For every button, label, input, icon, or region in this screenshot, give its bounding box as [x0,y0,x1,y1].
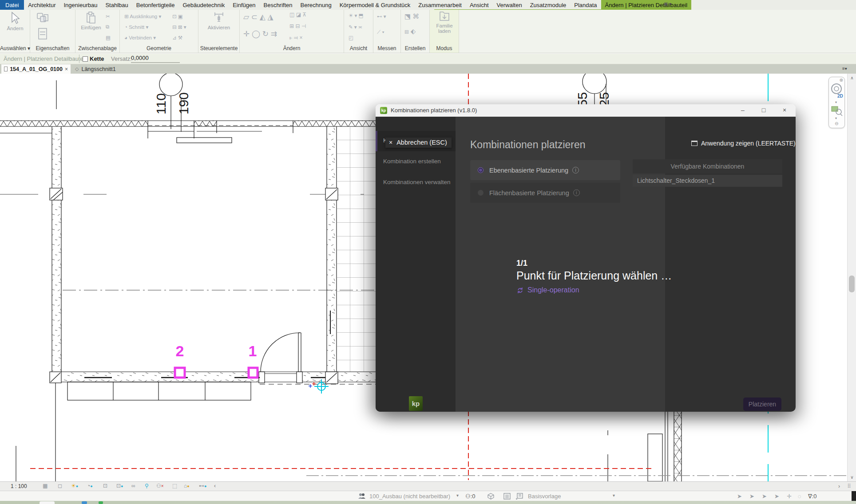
select-links-icon[interactable]: ➤ [737,493,742,500]
modify-tools-row2[interactable]: ✛ ◯ ↻ ⇉ [243,29,277,39]
geometrie-extra-icons-1[interactable]: ⊡ ▣ [172,13,183,20]
create-tools-2[interactable]: ⧈ ⬖ [404,28,416,35]
combination-list-item[interactable]: Lichtschalter_Steckdosen_1 [633,175,782,187]
tab-ansicht[interactable]: Ansicht [466,0,493,10]
schnitt-item[interactable]: ◔ Schnitt ▾ [124,24,148,30]
cancel-tooltip[interactable]: ×Abbrechen (ESC) [385,138,452,148]
workset-dropdown-icon[interactable]: ▾ [456,493,459,498]
tab-zusatzmodule[interactable]: Zusatzmodule [526,0,571,10]
tab-zusammenarbeit[interactable]: Zusammenarbeit [414,0,466,10]
measure-icon-2[interactable]: ⟋ ▾ [377,29,384,35]
navbar-collapse-icon[interactable]: ⊖ [835,121,838,126]
platzieren-button[interactable]: Platzieren [743,398,781,411]
resize-grip[interactable]: ⠿ [847,483,851,489]
constraints-icon[interactable]: ⬚ [172,483,177,489]
tab-plandata[interactable]: Plandata [570,0,601,10]
shadows-icon[interactable]: ◔● [87,483,93,489]
active-design-option[interactable]: Basisvorlage [528,493,561,500]
reveal-hidden-icon[interactable]: ⚲ [145,483,149,489]
tab-einfuegen[interactable]: Einfügen [229,0,259,10]
tab-beschriften[interactable]: Beschriften [259,0,296,10]
taskbar-button[interactable] [40,501,55,504]
worksharing-display-icon[interactable]: ⚇× [156,483,164,489]
sidebar-item-verwalten[interactable]: Kombinationen verwalten [376,179,456,185]
modify-tools-grid1[interactable]: ◫ ◪ ⊼ [289,12,306,18]
modify-tools-grid2[interactable]: ⊞ ⊟ ⊣ [289,23,306,29]
drag-elements-icon[interactable]: ✛ [787,493,792,500]
view-tab-active[interactable]: 154_A_01_OG_0100 × [1,64,71,74]
aktivieren-button[interactable]: Aktivieren [207,12,230,30]
analytical-icon[interactable]: ⌂● [184,483,190,489]
scroll-up-icon[interactable]: ∧ [848,75,856,80]
tab-verwalten[interactable]: Verwalten [493,0,526,10]
modify-button[interactable]: Ändern [4,12,27,31]
tab-gebaeudetechnik[interactable]: Gebäudetechnik [178,0,229,10]
geometrie-extra-icons-3[interactable]: ⊿ ⚒ [172,35,182,41]
sidebar-item-erstellen[interactable]: Kombination erstellen [376,158,456,165]
tab-contextual-aendern[interactable]: Ändern | Platzieren Detailbauteil [601,0,692,10]
vertical-scrollbar[interactable]: ∧ ∨ [847,74,856,481]
crop-view-icon[interactable]: ⊡ [103,483,107,489]
design-options-icon-1[interactable] [503,493,511,501]
steering-wheel-icon[interactable]: 2D [830,83,845,100]
match-icon[interactable]: ▤ [106,35,111,41]
select-underlay-icon[interactable]: ➤ [749,493,754,500]
verbinden-item[interactable]: ◕ Verbinden ▾ [124,35,156,41]
paste-button[interactable]: Einfügen [80,12,102,30]
tab-koerpermodell[interactable]: Körpermodell & Grundstück [336,0,415,10]
select-by-face-icon[interactable]: ➤ [774,493,779,500]
radio-flaechenbasiert[interactable]: Flächenbasierte Platzierung i [470,183,620,203]
type-properties-icon[interactable] [37,28,49,43]
scroll-right-icon[interactable]: › [838,483,840,489]
info-icon-1[interactable]: i [572,167,579,173]
single-operation-link[interactable]: Single-operation [516,286,579,294]
tab-betonfertigteile[interactable]: Betonfertigteile [132,0,179,10]
view-scale[interactable]: 1 : 100 [11,483,27,489]
create-tools-1[interactable]: ⬔ ⌘ [404,12,419,20]
panel-label-auswaehlen[interactable]: Auswählen ▾ [0,45,30,51]
editable-worksets[interactable]: ⚇:0 [465,493,476,500]
view-bar-collapse-icon[interactable]: ‹ [214,483,216,489]
filter-icon[interactable]: ∇:0 [808,493,817,500]
ribbon-collapse-icon[interactable]: ▣ ▾ [664,1,677,8]
marker-square-2[interactable] [175,368,185,378]
view-tools-2[interactable]: ✎ ▾ ≍ [349,24,362,30]
close-view-icon[interactable]: × [65,66,68,72]
navbar-close-icon[interactable]: ⊗ [840,78,843,83]
active-workset[interactable]: 100_Ausbau (nicht bearbeitbar) [369,493,450,500]
displacement-icon[interactable]: ⊷● [199,483,206,489]
vertical-scroll-thumb[interactable] [849,276,855,292]
taskbar-icon-blue[interactable] [82,501,87,504]
dialog-titlebar[interactable]: kp Kombinationen platzieren (v1.8.0) – □… [376,104,796,117]
taskbar-icon-green[interactable] [99,501,103,504]
visual-style-icon[interactable]: ◻ [58,483,62,489]
model-icon[interactable] [487,493,494,501]
show-application-button[interactable]: Anwendung zeigen (LEERTASTE) [691,140,796,147]
kette-checkbox[interactable] [83,56,88,62]
modify-tools-grid3[interactable]: ⫦ ⫤ × [289,35,303,41]
select-pinned-icon[interactable]: ➤ [762,493,767,500]
geometrie-extra-icons-2[interactable]: ⊟ ⊠ ▾ [172,24,186,30]
minimize-icon[interactable]: – [735,104,750,117]
tab-stahlbau[interactable]: Stahlbau [101,0,132,10]
measure-icon[interactable]: ⊷ ▾ [377,13,386,20]
view-tabs-overflow-icon[interactable]: ≡▾ [842,66,847,71]
design-options-icon-2[interactable] [516,493,523,501]
scroll-down-icon[interactable]: ∨ [848,475,856,480]
ausklinkung-item[interactable]: ⊞ Ausklinkung ▾ [124,13,161,20]
view-tools-1[interactable]: ☀ ▾ ⬒ [349,12,363,19]
versatz-input[interactable]: 0,0000 [131,55,180,63]
maximize-icon[interactable]: □ [756,104,771,117]
sun-path-icon[interactable]: ☀● [71,483,78,489]
zoom-region-icon[interactable] [831,105,844,116]
close-icon[interactable]: × [777,104,792,117]
tab-architektur[interactable]: Architektur [24,0,59,10]
modify-tools-row1[interactable]: ▱ ⊂ ◭ ◮ [243,12,273,22]
tab-berechnung[interactable]: Berechnung [297,0,336,10]
view-tools-3[interactable]: ◰ [349,35,353,41]
info-icon-2[interactable]: i [573,189,580,196]
copy-icon[interactable]: ⧉ [106,24,109,30]
navbar-dropdown-2[interactable]: ▾ [835,116,837,120]
tab-ingenieurbau[interactable]: Ingenieurbau [60,0,102,10]
radio-ebenenbasiert[interactable]: Ebenenbasierte Platzierung i [470,160,620,180]
